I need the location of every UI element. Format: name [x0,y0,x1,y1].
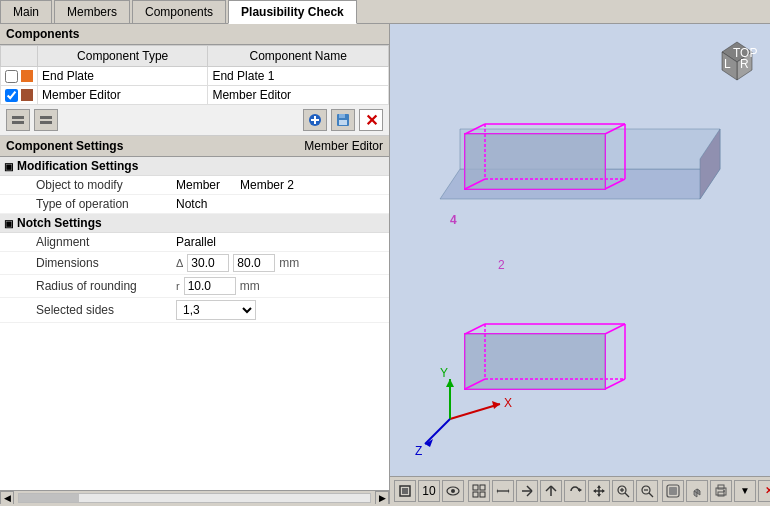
tab-plausibility-check[interactable]: Plausibility Check [228,0,357,24]
svg-marker-85 [697,489,700,495]
col-type-header: Component Type [38,46,208,67]
prop-value-sides: 1,3 2,4 1,2,3,4 [172,298,389,322]
bottom-scrollbar[interactable]: ◀ ▶ [0,490,389,504]
svg-rect-58 [480,492,485,497]
fit-width-button[interactable] [492,480,514,502]
components-header: Components [0,24,389,45]
prop-object-to-modify: Object to modify Member Member 2 [0,176,389,195]
row1-color [21,70,33,82]
render-mode-button[interactable] [662,480,684,502]
svg-rect-52 [402,488,408,494]
alignment-value: Parallel [176,235,216,249]
add-button[interactable] [303,109,327,131]
notch-settings-section[interactable]: ▣ Notch Settings [0,214,389,233]
svg-rect-1 [12,116,24,119]
object-value2: Member 2 [240,178,294,192]
view-toolbar: 10 [390,476,770,504]
dim-input1[interactable] [187,254,229,272]
svg-line-78 [625,493,629,497]
svg-point-90 [723,490,725,492]
nav-cube[interactable]: TOP R L [712,32,762,82]
x-view-button[interactable] [516,480,538,502]
scroll-thumb[interactable] [19,494,79,502]
scroll-left-arrow[interactable]: ◀ [0,491,14,505]
delete-button[interactable]: ✕ [359,109,383,131]
move-up-button[interactable] [6,109,30,131]
svg-marker-21 [465,134,605,189]
scroll-track[interactable] [18,493,371,503]
svg-rect-6 [311,119,319,121]
prop-value-alignment: Parallel [172,233,389,251]
type-value: Notch [176,197,207,211]
row1-name: End Plate 1 [208,67,389,86]
modification-settings-section[interactable]: ▣ Modification Settings [0,157,389,176]
props-subtitle: Member Editor [304,139,383,153]
svg-rect-2 [40,116,52,119]
props-header: Component Settings Member Editor [0,136,389,157]
col-check [1,46,38,67]
svg-rect-56 [480,485,485,490]
save-button[interactable] [331,109,355,131]
zoom-out-button[interactable] [636,480,658,502]
svg-marker-31 [465,334,605,389]
z-view-button[interactable] [540,480,562,502]
prop-name-type: Type of operation [32,195,172,213]
prop-value-dimensions: Δ mm [172,252,389,274]
sides-select[interactable]: 1,3 2,4 1,2,3,4 [176,300,256,320]
prop-type-operation: Type of operation Notch [0,195,389,214]
print-button[interactable] [710,480,732,502]
eye-button[interactable] [442,480,464,502]
components-table-area: Component Type Component Name End Plate [0,45,389,105]
dim-symbol: Δ [176,257,183,269]
tab-members[interactable]: Members [54,0,130,23]
move-down-button[interactable] [34,109,58,131]
svg-rect-3 [40,121,52,124]
svg-marker-72 [597,494,601,497]
tab-main[interactable]: Main [0,0,52,23]
svg-rect-57 [473,492,478,497]
svg-marker-61 [497,488,498,493]
dim-unit: mm [279,256,299,270]
cube-view-button[interactable] [686,480,708,502]
prop-radius: Radius of rounding r mm [0,275,389,298]
pan-button[interactable] [588,480,610,502]
tab-components[interactable]: Components [132,0,226,23]
svg-marker-60 [508,488,509,493]
mod-section-label: Modification Settings [17,159,138,173]
object-value1: Member [176,178,220,192]
row2-checkbox[interactable] [5,89,18,102]
dim-input2[interactable] [233,254,275,272]
table-row: End Plate End Plate 1 [1,67,389,86]
cancel-view-button[interactable]: ✕ [758,480,770,502]
tab-bar: Main Members Components Plausibility Che… [0,0,770,24]
lower-notch [465,324,625,389]
row1-check-cell[interactable] [1,67,38,86]
svg-point-54 [451,489,455,493]
right-panel: TOP R L [390,24,770,504]
row2-type: Member Editor [38,86,208,105]
rotate-button[interactable] [564,480,586,502]
zoom-level-button[interactable]: 10 [418,480,440,502]
svg-text:X: X [504,396,512,410]
scroll-right-arrow[interactable]: ▶ [375,491,389,505]
prop-name-object: Object to modify [32,176,172,194]
fit-all-button[interactable] [468,480,490,502]
row1-checkbox[interactable] [5,70,18,83]
svg-text:L: L [724,57,731,71]
row2-name: Member Editor [208,86,389,105]
home-view-button[interactable] [394,480,416,502]
settings-gear-button[interactable]: ▼ [734,480,756,502]
zoom-in-button[interactable] [612,480,634,502]
svg-rect-55 [473,485,478,490]
prop-name-alignment: Alignment [32,233,172,251]
viewport-3d: TOP R L [390,24,770,504]
prop-name-dimensions: Dimensions [32,254,172,272]
table-row: Member Editor Member Editor [1,86,389,105]
prop-alignment: Alignment Parallel [0,233,389,252]
upper-notch [465,124,625,189]
props-title: Component Settings [6,139,123,153]
svg-rect-8 [339,114,345,118]
row2-check-cell[interactable] [1,86,38,105]
notch-toggle-icon: ▣ [4,218,13,229]
radius-input[interactable] [184,277,236,295]
